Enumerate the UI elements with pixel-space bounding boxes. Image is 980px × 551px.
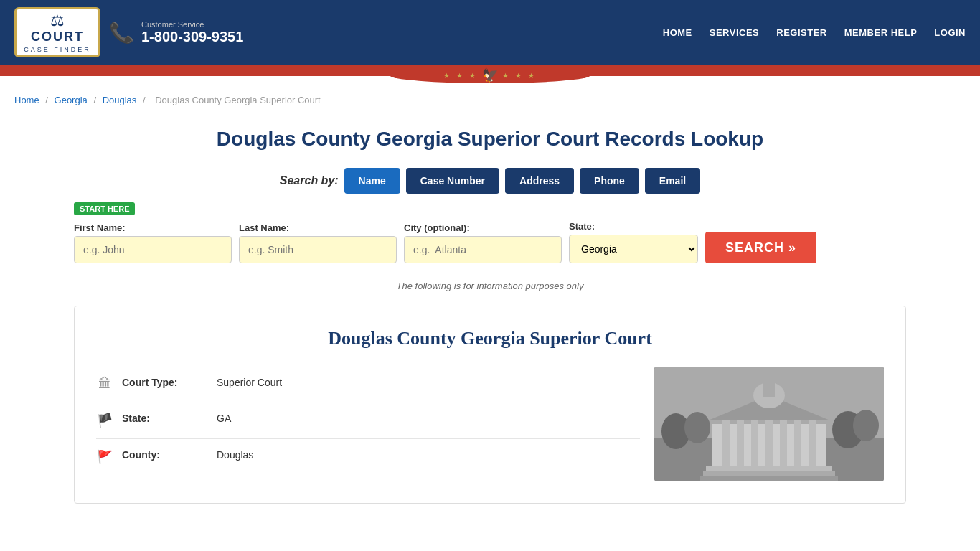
svg-rect-11 [780, 417, 787, 467]
main-content: Douglas County Georgia Superior Court Re… [60, 113, 920, 518]
svg-rect-7 [722, 417, 730, 467]
city-input[interactable] [404, 236, 562, 263]
nav-home[interactable]: HOME [663, 27, 692, 38]
svg-point-5 [853, 410, 879, 441]
info-box: Douglas County Georgia Superior Court 🏛 … [74, 306, 906, 504]
nav-register[interactable]: REGISTER [776, 27, 826, 38]
svg-rect-12 [794, 417, 801, 467]
logo-area: ⚖ COURT CASE FINDER 📞 Customer Service 1… [14, 7, 243, 57]
tab-name[interactable]: Name [344, 168, 400, 194]
svg-rect-10 [765, 417, 773, 467]
logo: ⚖ COURT CASE FINDER [14, 7, 100, 57]
info-notice: The following is for information purpose… [74, 281, 906, 291]
state-group: State: Georgia [569, 221, 698, 263]
eagle-banner: ★ ★ ★ 🦅 ★ ★ ★ [390, 67, 590, 83]
breadcrumb-georgia[interactable]: Georgia [55, 95, 88, 105]
county-icon: 🚩 [96, 449, 113, 465]
city-label: City (optional): [404, 222, 562, 233]
nav-services[interactable]: SERVICES [710, 27, 760, 38]
info-content: 🏛 Court Type: Superior Court 🏴 State: GA… [96, 367, 884, 481]
info-row-court-type: 🏛 Court Type: Superior Court [96, 367, 640, 402]
svg-rect-19 [700, 476, 838, 481]
state-label: State: [569, 221, 698, 232]
svg-point-3 [684, 412, 710, 443]
search-button[interactable]: SEARCH » [705, 232, 816, 263]
county-label: County: [122, 449, 208, 461]
state-icon: 🏴 [96, 413, 113, 428]
eagle-icon: 🦅 [482, 67, 498, 83]
page-title: Douglas County Georgia Superior Court Re… [74, 128, 906, 151]
nav-login[interactable]: LOGIN [934, 27, 966, 38]
last-name-group: Last Name: [239, 222, 397, 263]
svg-rect-9 [751, 417, 758, 467]
header: ⚖ COURT CASE FINDER 📞 Customer Service 1… [0, 0, 980, 65]
breadcrumb: Home / Georgia / Douglas / Douglas Count… [0, 88, 980, 113]
tab-phone[interactable]: Phone [580, 168, 639, 194]
last-name-label: Last Name: [239, 222, 397, 233]
search-by-row: Search by: Name Case Number Address Phon… [74, 168, 906, 194]
last-name-input[interactable] [239, 236, 397, 263]
info-row-state: 🏴 State: GA [96, 402, 640, 439]
seal-icon: ⚖ [50, 11, 65, 30]
first-name-label: First Name: [74, 222, 232, 233]
breadcrumb-home[interactable]: Home [14, 95, 39, 105]
svg-rect-17 [706, 466, 832, 471]
red-banner: ★ ★ ★ 🦅 ★ ★ ★ [0, 65, 980, 76]
search-form-row: First Name: Last Name: City (optional): … [74, 221, 906, 263]
customer-service-text: Customer Service 1-800-309-9351 [141, 20, 243, 45]
main-nav: HOME SERVICES REGISTER MEMBER HELP LOGIN [663, 27, 966, 38]
tab-email[interactable]: Email [645, 168, 700, 194]
svg-rect-13 [809, 417, 816, 467]
info-left: 🏛 Court Type: Superior Court 🏴 State: GA… [96, 367, 640, 481]
court-info-title: Douglas County Georgia Superior Court [96, 328, 884, 349]
stars-right-icon: ★ ★ ★ [502, 72, 537, 80]
tab-case-number[interactable]: Case Number [406, 168, 499, 194]
first-name-group: First Name: [74, 222, 232, 263]
stars-left-icon: ★ ★ ★ [443, 72, 478, 80]
court-building-svg [654, 367, 884, 481]
breadcrumb-current: Douglas County Georgia Superior Court [155, 95, 321, 105]
court-type-icon: 🏛 [96, 377, 113, 392]
logo-court-text: COURT [31, 30, 84, 43]
court-type-value: Superior Court [217, 377, 282, 388]
svg-rect-16 [763, 382, 775, 397]
svg-rect-18 [703, 471, 835, 476]
city-group: City (optional): [404, 222, 562, 263]
search-by-label: Search by: [280, 174, 339, 187]
form-container: START HERE First Name: Last Name: City (… [74, 202, 906, 272]
county-value: Douglas [217, 449, 253, 461]
svg-rect-8 [737, 417, 744, 467]
phone-icon: 📞 [109, 21, 134, 44]
customer-service: 📞 Customer Service 1-800-309-9351 [109, 20, 243, 45]
info-right [654, 367, 884, 481]
breadcrumb-sep-1: / [45, 95, 50, 105]
breadcrumb-douglas[interactable]: Douglas [103, 95, 137, 105]
nav-member-help[interactable]: MEMBER HELP [844, 27, 918, 38]
customer-service-phone: 1-800-309-9351 [141, 29, 243, 45]
tab-address[interactable]: Address [505, 168, 574, 194]
logo-sub-text: CASE FINDER [24, 44, 91, 53]
state-info-label: State: [122, 413, 208, 424]
customer-service-label: Customer Service [141, 20, 243, 29]
court-image [654, 367, 884, 481]
info-row-county: 🚩 County: Douglas [96, 439, 640, 475]
state-info-value: GA [217, 413, 231, 424]
court-type-label: Court Type: [122, 377, 208, 388]
breadcrumb-sep-2: / [93, 95, 98, 105]
first-name-input[interactable] [74, 236, 232, 263]
search-area: Search by: Name Case Number Address Phon… [74, 168, 906, 291]
start-here-badge: START HERE [74, 202, 135, 215]
state-select[interactable]: Georgia [569, 235, 698, 263]
breadcrumb-sep-3: / [143, 95, 148, 105]
